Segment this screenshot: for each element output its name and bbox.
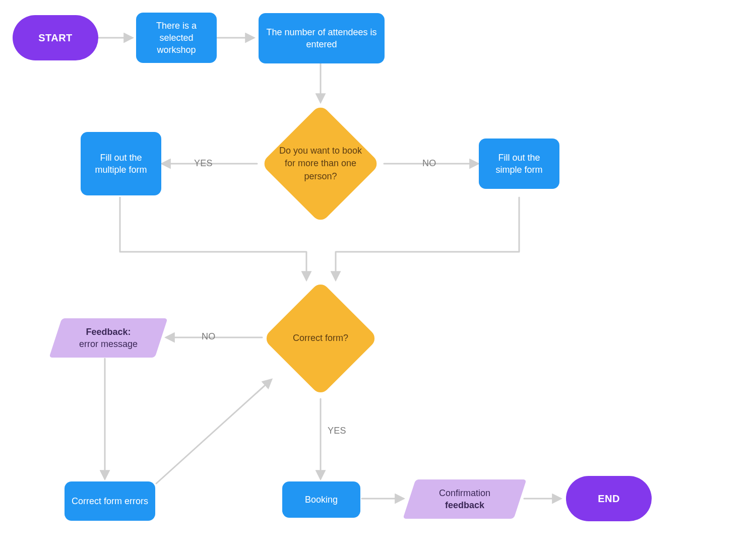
feedback-error-rest: error message [79, 338, 138, 350]
svg-line-7 [156, 380, 271, 483]
io-text: Feedback: error message [55, 318, 161, 358]
confirmation-prefix: Confirmation [439, 487, 490, 499]
process-selected-workshop: There is a selected workshop [136, 13, 217, 63]
process-fill-multiple: Fill out the multiple form [81, 132, 161, 195]
start-terminator: START [13, 15, 98, 60]
io-feedback-error: Feedback: error message [55, 318, 161, 358]
decision-correct-form: Correct form? [262, 280, 379, 397]
edge-label-yes-1: YES [194, 158, 213, 169]
process-booking: Booking [282, 481, 360, 518]
flowchart-canvas: START There is a selected workshop The n… [0, 0, 756, 554]
confirmation-bold: feedback [445, 499, 484, 511]
process-attendees-entered: The number of attendees is entered [259, 13, 385, 63]
connectors-layer [0, 0, 756, 554]
feedback-error-bold: Feedback: [86, 326, 131, 338]
process-fill-simple: Fill out the simple form [479, 138, 559, 189]
end-terminator: END [566, 476, 652, 521]
io-text: Confirmation feedback [409, 479, 520, 519]
edge-label-yes-2: YES [328, 426, 346, 436]
edge-label-no-2: NO [202, 331, 216, 342]
io-confirmation-feedback: Confirmation feedback [409, 479, 520, 519]
edge-label-no-1: NO [422, 158, 436, 169]
process-correct-errors: Correct form errors [65, 481, 155, 521]
decision-text: Correct form? [262, 280, 379, 397]
decision-book-multiple: Do you want to book for more than one pe… [260, 103, 381, 224]
decision-text: Do you want to book for more than one pe… [260, 103, 381, 224]
